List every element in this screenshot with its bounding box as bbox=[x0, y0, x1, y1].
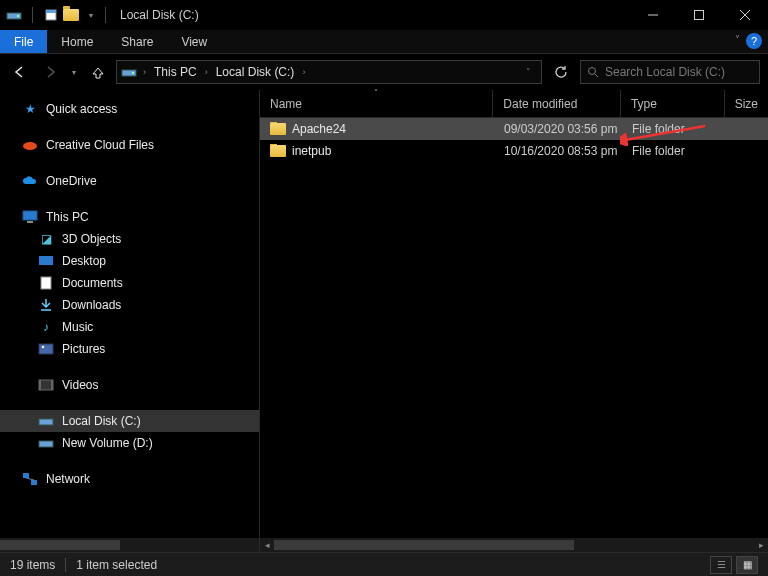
sidebar-item-3d-objects[interactable]: ◪3D Objects bbox=[0, 228, 259, 250]
status-bar: 19 items 1 item selected ☰ ▦ bbox=[0, 552, 768, 576]
refresh-button[interactable] bbox=[548, 60, 574, 84]
chevron-right-icon[interactable]: › bbox=[300, 67, 307, 77]
sidebar-item-desktop[interactable]: Desktop bbox=[0, 250, 259, 272]
maximize-button[interactable] bbox=[676, 0, 722, 30]
svg-point-10 bbox=[589, 68, 596, 75]
sidebar-item-documents[interactable]: Documents bbox=[0, 272, 259, 294]
sidebar-item-creative-cloud[interactable]: Creative Cloud Files bbox=[0, 134, 259, 156]
drive-icon bbox=[38, 413, 54, 429]
chevron-right-icon[interactable]: › bbox=[203, 67, 210, 77]
status-selection-count: 1 item selected bbox=[76, 558, 157, 572]
file-row[interactable]: Apache24 09/03/2020 03:56 pm File folder bbox=[260, 118, 768, 140]
svg-rect-18 bbox=[39, 344, 53, 354]
forward-button[interactable] bbox=[38, 60, 62, 84]
sidebar-item-label: Documents bbox=[62, 276, 123, 290]
ribbon-collapse-icon[interactable]: ˅ bbox=[735, 34, 740, 45]
tab-share[interactable]: Share bbox=[107, 30, 167, 53]
main-scrollbar[interactable]: ◂ ▸ bbox=[260, 538, 768, 552]
window-title: Local Disk (C:) bbox=[120, 8, 199, 22]
column-name[interactable]: Name˄ bbox=[260, 90, 493, 117]
svg-rect-13 bbox=[23, 211, 37, 220]
sidebar-item-label: Creative Cloud Files bbox=[46, 138, 154, 152]
file-type: File folder bbox=[622, 144, 726, 158]
properties-icon[interactable] bbox=[43, 7, 59, 23]
file-date: 10/16/2020 08:53 pm bbox=[494, 144, 622, 158]
back-button[interactable] bbox=[8, 60, 32, 84]
recent-dropdown-icon[interactable]: ▾ bbox=[68, 60, 80, 84]
folder-icon bbox=[270, 145, 286, 157]
minimize-button[interactable] bbox=[630, 0, 676, 30]
search-box[interactable] bbox=[580, 60, 760, 84]
sidebar-item-label: New Volume (D:) bbox=[62, 436, 153, 450]
sidebar-scrollbar[interactable] bbox=[0, 538, 259, 552]
svg-point-19 bbox=[42, 346, 44, 348]
music-icon: ♪ bbox=[38, 319, 54, 335]
video-icon bbox=[38, 377, 54, 393]
cube-icon: ◪ bbox=[38, 231, 54, 247]
body: ★ Quick access Creative Cloud Files OneD… bbox=[0, 90, 768, 552]
svg-rect-5 bbox=[695, 11, 704, 20]
sidebar-item-label: Desktop bbox=[62, 254, 106, 268]
file-name: inetpub bbox=[292, 144, 331, 158]
desktop-icon bbox=[38, 253, 54, 269]
folder-icon bbox=[270, 123, 286, 135]
svg-rect-20 bbox=[39, 380, 53, 390]
sidebar-item-label: Pictures bbox=[62, 342, 105, 356]
status-item-count: 19 items bbox=[10, 558, 55, 572]
svg-rect-1 bbox=[17, 15, 19, 17]
breadcrumb[interactable]: This PC bbox=[152, 65, 199, 79]
column-date[interactable]: Date modified bbox=[493, 90, 621, 117]
view-details-button[interactable]: ☰ bbox=[710, 556, 732, 574]
document-icon bbox=[38, 275, 54, 291]
svg-point-12 bbox=[23, 142, 37, 150]
sort-asc-icon: ˄ bbox=[374, 88, 378, 97]
view-large-icons-button[interactable]: ▦ bbox=[736, 556, 758, 574]
creative-cloud-icon bbox=[22, 137, 38, 153]
column-size[interactable]: Size bbox=[725, 90, 768, 117]
column-type[interactable]: Type bbox=[621, 90, 725, 117]
sidebar-item-label: Quick access bbox=[46, 102, 117, 116]
svg-rect-14 bbox=[27, 221, 33, 223]
svg-line-27 bbox=[26, 478, 34, 480]
qat-dropdown-icon[interactable]: ▾ bbox=[83, 7, 99, 23]
sidebar-item-label: Downloads bbox=[62, 298, 121, 312]
tab-file[interactable]: File bbox=[0, 30, 47, 53]
address-dropdown-icon[interactable]: ˅ bbox=[520, 67, 537, 77]
up-button[interactable] bbox=[86, 60, 110, 84]
new-folder-icon[interactable] bbox=[63, 7, 79, 23]
breadcrumb[interactable]: Local Disk (C:) bbox=[214, 65, 297, 79]
sidebar-item-quick-access[interactable]: ★ Quick access bbox=[0, 98, 259, 120]
tab-view[interactable]: View bbox=[167, 30, 221, 53]
cloud-icon bbox=[22, 173, 38, 189]
column-label: Date modified bbox=[503, 97, 577, 111]
svg-line-11 bbox=[595, 74, 598, 77]
search-input[interactable] bbox=[605, 65, 755, 79]
tab-home[interactable]: Home bbox=[47, 30, 107, 53]
chevron-right-icon[interactable]: › bbox=[141, 67, 148, 77]
sidebar-item-network[interactable]: Network bbox=[0, 468, 259, 490]
sidebar-item-videos[interactable]: Videos bbox=[0, 374, 259, 396]
svg-rect-25 bbox=[23, 473, 29, 478]
close-button[interactable] bbox=[722, 0, 768, 30]
scroll-right-icon[interactable]: ▸ bbox=[754, 538, 768, 552]
quick-access-toolbar: ▾ bbox=[0, 7, 99, 23]
sidebar-item-onedrive[interactable]: OneDrive bbox=[0, 170, 259, 192]
file-date: 09/03/2020 03:56 pm bbox=[494, 122, 622, 136]
sidebar-item-new-volume-d[interactable]: New Volume (D:) bbox=[0, 432, 259, 454]
address-bar[interactable]: › This PC › Local Disk (C:) › ˅ bbox=[116, 60, 542, 84]
help-icon[interactable]: ? bbox=[746, 33, 762, 49]
file-row[interactable]: inetpub 10/16/2020 08:53 pm File folder bbox=[260, 140, 768, 162]
navigation-pane: ★ Quick access Creative Cloud Files OneD… bbox=[0, 90, 260, 552]
ribbon: File Home Share View ˅ ? bbox=[0, 30, 768, 54]
svg-rect-26 bbox=[31, 480, 37, 485]
sidebar-item-local-disk-c[interactable]: Local Disk (C:) bbox=[0, 410, 259, 432]
sidebar-item-music[interactable]: ♪Music bbox=[0, 316, 259, 338]
scroll-left-icon[interactable]: ◂ bbox=[260, 538, 274, 552]
sidebar-item-pictures[interactable]: Pictures bbox=[0, 338, 259, 360]
svg-rect-24 bbox=[39, 441, 53, 447]
sidebar-item-downloads[interactable]: Downloads bbox=[0, 294, 259, 316]
sidebar-item-this-pc[interactable]: This PC bbox=[0, 206, 259, 228]
picture-icon bbox=[38, 341, 54, 357]
star-icon: ★ bbox=[22, 101, 38, 117]
sidebar-item-label: Network bbox=[46, 472, 90, 486]
